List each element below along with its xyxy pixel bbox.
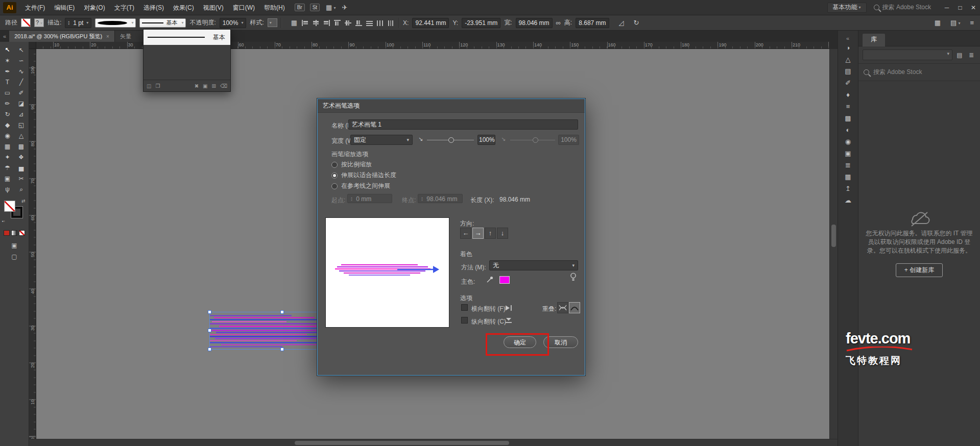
tips-lightbulb-icon[interactable] (570, 272, 577, 282)
scrollbar-thumb[interactable] (295, 441, 509, 445)
stroke-panel-icon[interactable]: ≡ (838, 101, 858, 112)
align-vertical-bottom-icon[interactable] (354, 19, 363, 27)
tool-blend-tool[interactable]: ❖ (15, 152, 28, 162)
maximize-button[interactable]: □ (953, 0, 967, 15)
shear-icon[interactable]: ◿ (619, 19, 624, 27)
fill-color-swatch[interactable] (21, 18, 31, 27)
scrollbar-thumb[interactable] (831, 225, 836, 247)
overlap-adjust-button[interactable] (569, 302, 580, 313)
workspace-switcher[interactable]: 基本功能 (827, 3, 867, 13)
tool-perspective-grid-tool[interactable]: △ (15, 131, 28, 141)
delete-brush-icon[interactable]: ⌫ (220, 83, 227, 89)
style-swatch[interactable] (268, 18, 277, 27)
tool-rotate-tool[interactable]: ↻ (2, 109, 14, 119)
screen-mode-icon[interactable]: ▢ (11, 253, 17, 260)
minimize-button[interactable]: ─ (940, 0, 953, 15)
brush-item-basic[interactable]: 基本 (144, 30, 230, 45)
tool-pencil-tool[interactable]: ✏ (2, 98, 14, 109)
collapse-left-dock-icon[interactable]: « (0, 31, 9, 42)
menu-item[interactable]: 文件(F) (20, 0, 50, 15)
flip-horizontal-checkbox[interactable] (461, 304, 468, 311)
swatches-panel-icon[interactable]: ▤ (838, 65, 858, 77)
name-input[interactable]: 艺术画笔 1 (348, 119, 578, 130)
selection-handle[interactable] (280, 310, 284, 314)
document-tab-active[interactable]: 2018.ai* @ 300% (RGB/GPU 预览) × (9, 31, 115, 42)
distribute-horizontal-icon[interactable] (376, 19, 385, 27)
stroke-color-swatch[interactable]: ? (34, 18, 44, 27)
panel-options-icon[interactable]: ▤ (950, 19, 960, 27)
stock-button[interactable]: St (310, 4, 320, 11)
collapse-right-dock-icon[interactable]: « (843, 33, 852, 44)
scale-option-0[interactable]: 按比例缩放 (331, 159, 396, 170)
align-to-icon[interactable]: ▦ (291, 19, 297, 27)
dialog-title[interactable]: 艺术画笔选项 (318, 99, 585, 113)
transparency-panel-icon[interactable]: ◐ (838, 124, 858, 136)
selection-handle[interactable] (208, 329, 211, 332)
stepper-icon[interactable] (68, 20, 71, 26)
link-dimensions-icon[interactable]: ∞ (556, 19, 561, 27)
list-view-icon[interactable]: ≣ (967, 51, 976, 60)
tool-pen-tool[interactable]: ✒ (2, 66, 14, 77)
appearance-panel-icon[interactable]: ◉ (838, 136, 858, 147)
width-type-dropdown[interactable]: 固定 (350, 135, 413, 145)
tab-libraries[interactable]: 库 (863, 34, 885, 46)
tool-eyedropper-tool[interactable]: ✦ (2, 152, 14, 162)
tool-zoom-tool[interactable]: ⌕ (15, 184, 28, 194)
tool-shape-builder-tool[interactable]: ◉ (2, 131, 14, 141)
tool-hand-tool[interactable]: ψ (2, 184, 14, 194)
remove-brush-stroke-icon[interactable]: ✖ (195, 83, 199, 89)
graphic-styles-panel-icon[interactable]: ▣ (838, 147, 858, 159)
brush-definition-dropdown[interactable] (95, 18, 136, 28)
tool-gradient-tool[interactable]: ▩ (15, 141, 28, 152)
tool-eraser-tool[interactable]: ◪ (15, 98, 28, 109)
width-profile-dropdown[interactable]: 基本 (139, 18, 186, 28)
layers-panel-icon[interactable]: ≣ (838, 159, 858, 171)
tool-direct-selection-tool[interactable]: ↖ (15, 45, 28, 55)
menu-item[interactable]: 编辑(E) (50, 0, 79, 15)
direction-up-button[interactable]: ↑ (485, 228, 496, 239)
tool-artboard-tool[interactable]: ▣ (2, 174, 14, 184)
align-vertical-center-icon[interactable] (344, 19, 352, 27)
align-horizontal-right-icon[interactable] (322, 19, 331, 27)
tool-lasso-tool[interactable]: ∽ (15, 56, 28, 66)
tool-scale-tool[interactable]: ⊿ (15, 109, 28, 119)
arrange-icon[interactable]: ▦ (935, 19, 941, 27)
brush-libraries-icon[interactable]: ◫ (147, 83, 151, 89)
selection-handle[interactable] (208, 310, 211, 314)
swap-fill-stroke-icon[interactable]: ⇄ (21, 199, 26, 204)
tool-magic-wand-tool[interactable]: ✶ (2, 56, 14, 66)
align-vertical-top-icon[interactable] (333, 19, 342, 27)
none-button[interactable] (19, 230, 25, 236)
distribute-spacing-icon[interactable] (387, 19, 395, 27)
vertical-scrollbar[interactable] (829, 49, 838, 439)
selection-handle[interactable] (280, 348, 284, 351)
horizontal-scrollbar[interactable] (29, 439, 838, 446)
tool-width-tool[interactable]: ◆ (2, 120, 14, 130)
menu-item[interactable]: 视图(V) (199, 0, 228, 15)
align-horizontal-left-icon[interactable] (301, 19, 309, 27)
new-brush-icon[interactable]: ⊞ (211, 83, 216, 89)
gradient-button[interactable] (11, 230, 17, 236)
method-dropdown[interactable]: 无 (489, 260, 578, 270)
tool-selection-tool[interactable]: ↖ (2, 45, 14, 55)
tool-rectangle-tool[interactable]: ▭ (2, 88, 14, 98)
width-slider[interactable] (427, 140, 474, 140)
drawing-mode-icon[interactable]: ▣ (11, 242, 17, 249)
tool-curvature-tool[interactable]: ∿ (15, 66, 28, 77)
vertical-ruler[interactable]: 1009080706050403020100 (29, 49, 36, 439)
asset-export-panel-icon[interactable]: ↥ (838, 183, 858, 194)
bridge-button[interactable]: Br (295, 4, 305, 11)
grid-view-icon[interactable]: ▤ (955, 51, 964, 60)
menu-item[interactable]: 帮助(H) (259, 0, 290, 15)
selection-handle[interactable] (208, 348, 211, 351)
fill-indicator[interactable] (4, 201, 15, 212)
close-tab-icon[interactable]: × (106, 34, 109, 39)
align-horizontal-center-icon[interactable] (312, 19, 320, 27)
libraries-panel-icon[interactable]: ☁ (838, 194, 858, 206)
menu-item[interactable]: 对象(O) (79, 0, 109, 15)
x-field[interactable]: 92.441 mm (412, 18, 449, 28)
tool-mesh-tool[interactable]: ▦ (2, 141, 14, 152)
arrange-documents-icon[interactable]: ▦ (326, 4, 336, 11)
menu-item[interactable]: 窗口(W) (228, 0, 259, 15)
brushes-panel-icon[interactable]: ✐ (838, 77, 858, 89)
